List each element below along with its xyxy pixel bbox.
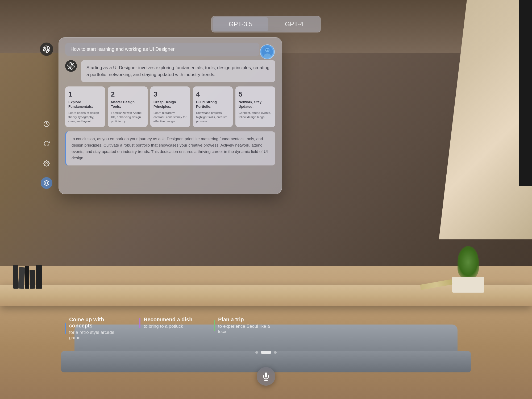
suggestion-text-arcade: Come up with concepts for a retro style … bbox=[69, 317, 127, 340]
step-card-1: 1 Explore Fundamentals: Learn basics of … bbox=[65, 86, 105, 127]
suggestion-content-potluck: Recommend a dish to bring to a potluck bbox=[139, 317, 201, 329]
step-number-4: 4 bbox=[196, 90, 230, 98]
suggestion-card-arcade[interactable]: Come up with concepts for a retro style … bbox=[59, 311, 133, 346]
step-title-5: Network, Stay Updated: bbox=[239, 100, 272, 109]
suggestion-text-seoul: Plan a trip to experience Seoul like a l… bbox=[218, 317, 276, 334]
svg-point-7 bbox=[266, 49, 267, 50]
sidebar-settings-icon[interactable] bbox=[41, 157, 52, 169]
step-title-4: Build Strong Portfolio: bbox=[196, 100, 230, 109]
suggestion-subtitle-seoul: to experience Seoul like a local bbox=[218, 324, 276, 334]
svg-point-8 bbox=[268, 49, 269, 50]
chat-area: How to start learning and working as UI … bbox=[59, 38, 282, 194]
books-decoration bbox=[13, 257, 45, 289]
ai-response-header: Starting as a UI Designer involves explo… bbox=[65, 60, 275, 82]
step-card-2: 2 Master Design Tools: Familiarize with … bbox=[108, 86, 148, 127]
pagination bbox=[255, 351, 277, 354]
suggestion-title-potluck: Recommend a dish bbox=[144, 317, 201, 323]
svg-point-1 bbox=[46, 163, 47, 164]
suggestion-card-potluck[interactable]: Recommend a dish to bring to a potluck bbox=[133, 311, 207, 346]
microphone-button[interactable] bbox=[257, 367, 275, 386]
step-number-2: 2 bbox=[111, 90, 144, 98]
step-card-4: 4 Build Strong Portfolio: Showcase proje… bbox=[193, 86, 233, 127]
step-number-5: 5 bbox=[239, 90, 272, 98]
step-desc-5: Connect, attend events, follow design bl… bbox=[239, 111, 272, 119]
model-selector: GPT-3.5 GPT-4 bbox=[211, 16, 321, 32]
sidebar-globe-icon[interactable] bbox=[41, 177, 52, 189]
step-card-3: 3 Grasp Design Principles: Learn hierarc… bbox=[150, 86, 190, 127]
sidebar bbox=[37, 37, 56, 194]
step-number-3: 3 bbox=[153, 90, 187, 98]
model-gpt35-button[interactable]: GPT-3.5 bbox=[213, 17, 268, 31]
suggestion-indicator-potluck bbox=[139, 318, 140, 328]
pagination-dot-1[interactable] bbox=[255, 351, 258, 354]
sidebar-refresh-icon[interactable] bbox=[41, 138, 52, 149]
suggestion-subtitle-potluck: to bring to a potluck bbox=[144, 324, 201, 329]
pagination-dot-2[interactable] bbox=[261, 351, 271, 354]
sidebar-history-icon[interactable] bbox=[41, 118, 52, 130]
ai-logo bbox=[65, 60, 77, 72]
user-message: How to start learning and working as UI … bbox=[65, 43, 259, 56]
conclusion-text: In conclusion, as you embark on your jou… bbox=[65, 131, 275, 165]
model-gpt4-button[interactable]: GPT-4 bbox=[269, 17, 319, 31]
window-frame bbox=[519, 0, 532, 186]
step-desc-2: Familiarize with Adobe XD, enhancing des… bbox=[111, 111, 144, 123]
suggestion-content-seoul: Plan a trip to experience Seoul like a l… bbox=[214, 317, 276, 334]
sidebar-logo[interactable] bbox=[40, 43, 53, 56]
step-card-5: 5 Network, Stay Updated: Connect, attend… bbox=[235, 86, 275, 127]
step-title-3: Grasp Design Principles: bbox=[153, 100, 187, 109]
suggestion-card-seoul[interactable]: Plan a trip to experience Seoul like a l… bbox=[207, 311, 282, 346]
suggestion-indicator-seoul bbox=[214, 320, 215, 331]
suggestion-indicator-arcade bbox=[65, 323, 66, 334]
main-chat-panel: How to start learning and working as UI … bbox=[59, 37, 282, 194]
step-desc-4: Showcase projects, highlight skills, cre… bbox=[196, 111, 230, 123]
step-title-1: Explore Fundamentals: bbox=[68, 100, 102, 109]
step-title-2: Master Design Tools: bbox=[111, 100, 144, 109]
suggestion-subtitle-arcade: for a retro style arcade game bbox=[69, 330, 127, 340]
suggestion-text-potluck: Recommend a dish to bring to a potluck bbox=[144, 317, 201, 329]
step-desc-1: Learn basics of design theory, typograph… bbox=[68, 111, 102, 123]
suggestions-bar: Come up with concepts for a retro style … bbox=[59, 311, 282, 346]
ai-summary-text: Starting as a UI Designer involves explo… bbox=[81, 60, 275, 82]
step-number-1: 1 bbox=[68, 90, 102, 98]
suggestion-title-arcade: Come up with concepts bbox=[69, 317, 127, 329]
suggestion-title-seoul: Plan a trip bbox=[218, 317, 276, 323]
steps-grid: 1 Explore Fundamentals: Learn basics of … bbox=[65, 86, 275, 127]
user-avatar[interactable] bbox=[260, 44, 275, 59]
pagination-dot-3[interactable] bbox=[274, 351, 277, 354]
step-desc-3: Learn hierarchy, contrast, consistency f… bbox=[153, 111, 187, 123]
suggestion-content-arcade: Come up with concepts for a retro style … bbox=[65, 317, 127, 340]
plant-decoration bbox=[452, 239, 505, 293]
